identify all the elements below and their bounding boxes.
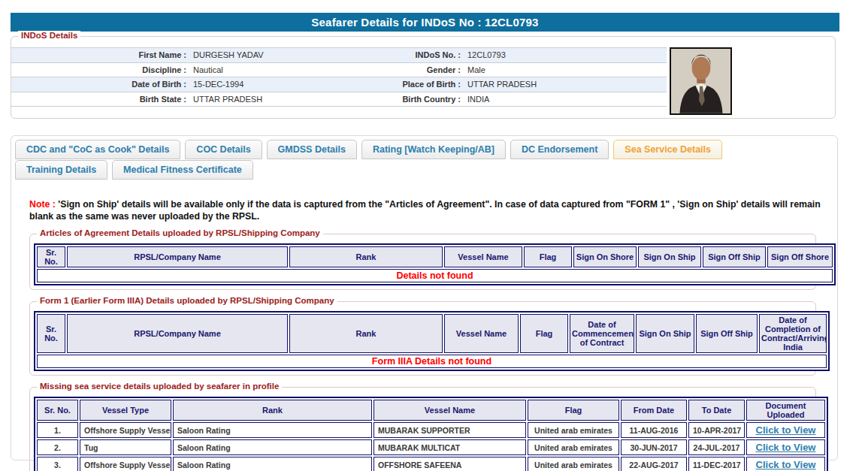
tab-gmdss-details[interactable]: GMDSS Details — [267, 140, 357, 159]
articles-of-agreement-section: Articles of Agreement Details uploaded b… — [29, 234, 816, 290]
note-text: 'Sign on Ship' details will be available… — [29, 199, 821, 222]
tab-cdc-coc-cook-details[interactable]: CDC and "CoC as Cook" Details — [15, 140, 180, 159]
table-row: 1. Offshore Supply Vessel Saloon Rating … — [37, 422, 825, 438]
column-header: Rank — [289, 314, 443, 353]
missing-sea-service-table: Sr. No. Vessel Type Rank Vessel Name Fla… — [34, 397, 828, 471]
column-header: Rank — [173, 400, 372, 421]
tab-bar: CDC and "CoC as Cook" Details COC Detail… — [15, 140, 733, 180]
field-label: First Name : — [11, 48, 192, 63]
indos-details-grid: First Name : DURGESH YADAV INDoS No. : 1… — [11, 47, 667, 107]
tab-dc-endorsement[interactable]: DC Endorsement — [510, 140, 609, 159]
indos-row: Date of Birth : 15-DEC-1994 Place of Bir… — [11, 77, 667, 92]
missing-sea-service-legend: Missing sea service details uploaded by … — [37, 382, 282, 391]
form1-section: Form 1 (Earlier Form IIIA) Details uploa… — [29, 301, 816, 376]
column-header: Sign On Ship — [638, 246, 701, 267]
tab-medical-fitness-certificate[interactable]: Medical Fitness Certificate — [112, 160, 253, 180]
tab-rating-watch-keeping[interactable]: Rating [Watch Keeping/AB] — [361, 140, 506, 159]
to-date-cell: 24-JUL-2017 — [688, 439, 745, 455]
field-value: UTTAR PRADESH — [192, 92, 304, 107]
click-to-view-link[interactable]: Click to View — [751, 459, 821, 470]
flag-cell: United arab emirates — [528, 422, 619, 438]
tab-panel: CDC and "CoC as Cook" Details COC Detail… — [11, 135, 838, 460]
empty-row: Details not found — [37, 269, 833, 282]
column-header: Sr. No. — [37, 314, 65, 353]
field-value: DURGESH YADAV — [192, 48, 304, 63]
field-label: INDoS No. : — [304, 48, 466, 63]
form1-table: Sr. No. RPSL/Company Name Rank Vessel Na… — [34, 311, 830, 371]
indos-row: Discipline : Nautical Gender : Male — [11, 63, 667, 78]
field-value: UTTAR PRADESH — [466, 77, 667, 92]
from-date-cell: 11-AUG-2016 — [621, 422, 687, 438]
missing-sea-service-section: Missing sea service details uploaded by … — [29, 387, 816, 471]
column-header: Flag — [528, 400, 619, 421]
from-date-cell: 30-JUN-2017 — [621, 439, 687, 455]
sr-no-cell: 1. — [37, 422, 78, 438]
articles-of-agreement-table: Sr. No. RPSL/Company Name Rank Vessel Na… — [34, 243, 836, 285]
column-header: Rank — [289, 246, 443, 267]
indos-details-legend: INDoS Details — [18, 31, 80, 40]
table-header-row: Sr. No. RPSL/Company Name Rank Vessel Na… — [37, 314, 827, 353]
column-header: Vessel Name — [374, 400, 526, 421]
tab-training-details[interactable]: Training Details — [15, 160, 107, 180]
tab-coc-details[interactable]: COC Details — [185, 140, 262, 159]
indos-row: First Name : DURGESH YADAV INDoS No. : 1… — [11, 48, 667, 63]
field-label: Gender : — [304, 63, 466, 78]
field-label: Birth State : — [11, 92, 192, 107]
field-value: Male — [466, 63, 667, 78]
column-header: Sign On Shore — [573, 246, 637, 267]
empty-row: Form IIIA Details not found — [37, 355, 827, 368]
column-header: Vessel Name — [444, 314, 519, 353]
to-date-cell: 10-APR-2017 — [688, 422, 745, 438]
sr-no-cell: 2. — [37, 439, 78, 455]
seafarer-photo — [670, 47, 732, 115]
column-header: Date of Commencement of Contract — [570, 314, 634, 353]
column-header: Sr. No. — [37, 400, 78, 421]
vessel-type-cell: Offshore Supply Vessel — [80, 422, 171, 438]
indos-details-section: INDoS Details First Name : DURGESH YADAV… — [11, 36, 836, 119]
column-header: From Date — [621, 400, 687, 421]
table-header-row: Sr. No. RPSL/Company Name Rank Vessel Na… — [37, 246, 833, 267]
tab-sea-service-details[interactable]: Sea Service Details — [613, 140, 722, 159]
column-header: Sign On Ship — [636, 314, 694, 353]
column-header: RPSL/Company Name — [67, 314, 288, 353]
column-header: Flag — [524, 246, 572, 267]
field-value: Nautical — [192, 63, 304, 78]
vessel-name-cell: OFFSHORE SAFEENA — [374, 457, 526, 471]
vessel-name-cell: MUBARAK MULTICAT — [374, 439, 526, 455]
vessel-name-cell: MUBARAK SUPPORTER — [374, 422, 526, 438]
column-header: Vessel Type — [80, 400, 171, 421]
column-header: RPSL/Company Name — [67, 246, 288, 267]
table-header-row: Sr. No. Vessel Type Rank Vessel Name Fla… — [37, 400, 825, 421]
to-date-cell: 11-DEC-2017 — [688, 457, 745, 471]
rank-cell: Saloon Rating — [173, 422, 372, 438]
rank-cell: Saloon Rating — [173, 457, 372, 471]
form-iiia-not-found-message: Form IIIA Details not found — [37, 355, 827, 368]
field-value: 12CL0793 — [466, 48, 667, 63]
field-label: Place of Birth : — [304, 77, 466, 92]
articles-of-agreement-legend: Articles of Agreement Details uploaded b… — [37, 228, 323, 237]
column-header: Sign Off Ship — [696, 314, 758, 353]
column-header: Sr. No. — [37, 246, 65, 267]
click-to-view-link[interactable]: Click to View — [751, 442, 821, 453]
note-prefix: Note : — [29, 199, 56, 210]
sr-no-cell: 3. — [37, 457, 78, 471]
flag-cell: United arab emirates — [528, 457, 619, 471]
table-row: 2. Tug Saloon Rating MUBARAK MULTICAT Un… — [37, 439, 825, 455]
field-label: Birth Country : — [304, 92, 466, 107]
column-header: Document Uploaded — [746, 400, 825, 421]
column-header: Sign Off Ship — [703, 246, 766, 267]
page-title: Seafarer Details for INDoS No : 12CL0793 — [11, 13, 839, 32]
field-label: Date of Birth : — [11, 77, 192, 92]
vessel-type-cell: Offshore Supply Vessel — [80, 457, 171, 471]
click-to-view-link[interactable]: Click to View — [751, 424, 821, 436]
field-value: 15-DEC-1994 — [192, 77, 304, 92]
column-header: To Date — [688, 400, 745, 421]
indos-row: Birth State : UTTAR PRADESH Birth Countr… — [11, 92, 667, 107]
table-row: 3. Offshore Supply Vessel Saloon Rating … — [37, 457, 825, 471]
rank-cell: Saloon Rating — [173, 439, 372, 455]
flag-cell: United arab emirates — [528, 439, 619, 455]
vessel-type-cell: Tug — [80, 439, 171, 455]
column-header: Sign Off Shore — [767, 246, 833, 267]
column-header: Vessel Name — [444, 246, 522, 267]
form1-legend: Form 1 (Earlier Form IIIA) Details uploa… — [37, 296, 337, 305]
